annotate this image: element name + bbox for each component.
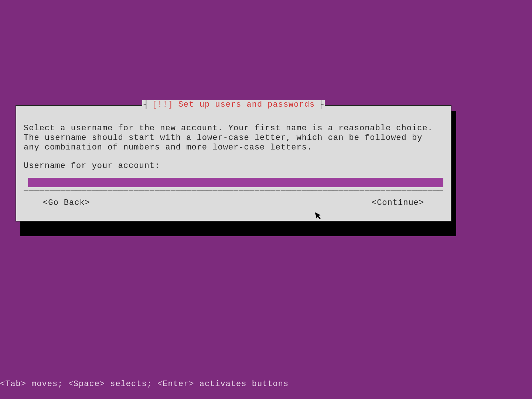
- go-back-button[interactable]: <Go Back>: [43, 198, 90, 207]
- title-frame-left: ┤: [142, 100, 150, 109]
- continue-button[interactable]: <Continue>: [372, 198, 424, 207]
- title-frame-right: ├: [317, 100, 325, 109]
- installer-dialog: ┤ [!!] Set up users and passwords ├ Sele…: [16, 105, 451, 221]
- dialog-title-inner: ┤ [!!] Set up users and passwords ├: [142, 100, 325, 109]
- dialog-body-text: Select a username for the new account. Y…: [24, 124, 443, 152]
- dialog-title-wrap: ┤ [!!] Set up users and passwords ├: [16, 100, 451, 109]
- footer-help-text: <Tab> moves; <Space> selects; <Enter> ac…: [0, 379, 289, 389]
- username-prompt-label: Username for your account:: [24, 161, 160, 171]
- username-input[interactable]: [28, 178, 443, 187]
- dialog-title: [!!] Set up users and passwords: [150, 100, 317, 109]
- input-underline: ________________________________________…: [24, 187, 443, 192]
